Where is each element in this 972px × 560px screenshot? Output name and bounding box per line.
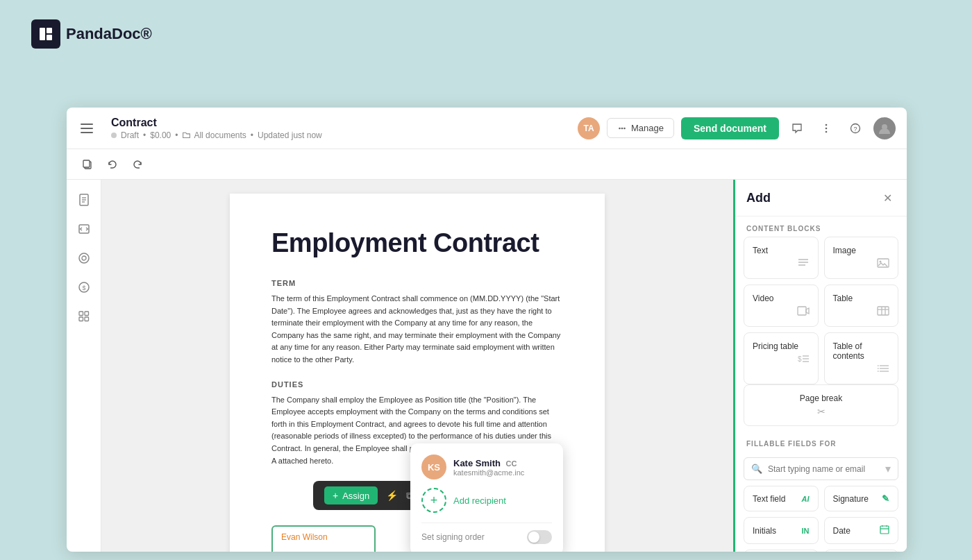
block-image[interactable]: Image [824, 237, 899, 279]
content-blocks-grid: Text Image Video [735, 237, 907, 384]
svg-point-5 [623, 127, 626, 129]
text-field-icon: AI [802, 495, 810, 503]
left-sidebar: $ [67, 180, 101, 552]
page-break-icon: ✂ [817, 406, 826, 417]
header-right: TA Manage Send document ? [578, 117, 896, 139]
svg-text:$: $ [82, 285, 85, 291]
sidebar-icon-document[interactable] [72, 188, 96, 212]
svg-point-31 [880, 261, 882, 263]
editor-body: $ Employment Contract TERM The term of t… [67, 180, 907, 552]
svg-rect-2 [47, 35, 52, 40]
doc-separator2: • [175, 130, 178, 140]
undo-button[interactable] [103, 155, 122, 174]
content-blocks-label: CONTENT BLOCKS [735, 217, 907, 237]
block-toc[interactable]: Table of contents [824, 332, 899, 384]
doc-separator3: • [251, 130, 253, 140]
logo-icon [31, 19, 60, 49]
doc-updated: Updated just now [258, 130, 322, 140]
hamburger-button[interactable] [78, 117, 100, 139]
signing-order-label: Set signing order [421, 532, 485, 542]
signature-block: Evan Wilson 2021-03-18 📅 [271, 525, 376, 552]
doc-canvas: Employment Contract TERM The term of thi… [101, 180, 733, 552]
doc-page: Employment Contract TERM The term of thi… [230, 194, 605, 552]
doc-meta: Draft • $0.00 • All documents • Updated … [111, 130, 569, 140]
svg-rect-47 [880, 526, 889, 534]
signing-order: Set signing order [421, 523, 552, 544]
add-recipient-label: Add recipient [453, 495, 506, 506]
svg-point-20 [82, 256, 86, 260]
block-table[interactable]: Table [824, 285, 899, 327]
section1-label: TERM [271, 279, 563, 287]
recipient-email: katesmith@acme.inc [453, 468, 524, 477]
svg-text:?: ? [853, 126, 857, 133]
sidebar-icon-code[interactable] [72, 217, 96, 241]
user-avatar [873, 117, 896, 139]
send-document-button[interactable]: Send document [681, 117, 779, 139]
right-panel-header: Add ✕ [735, 180, 907, 217]
field-date[interactable]: Date [824, 517, 899, 544]
doc-price: $0.00 [150, 130, 171, 140]
doc-location: All documents [194, 130, 246, 140]
help-button[interactable]: ? [844, 117, 866, 139]
recipient-info: Kate Smith CC katesmith@acme.inc [453, 458, 524, 477]
field-text[interactable]: Text field AI [744, 486, 819, 511]
pricing-table-icon: $ [753, 354, 810, 366]
doc-separator1: • [143, 130, 146, 140]
svg-rect-33 [878, 307, 889, 315]
field-dropdown[interactable]: Dropdown [824, 550, 899, 552]
right-panel: Add ✕ CONTENT BLOCKS Text Image [733, 180, 907, 552]
manage-icon [617, 124, 627, 133]
status-dot [111, 133, 117, 138]
table-block-icon [833, 306, 890, 318]
recipients-popup: KS Kate Smith CC katesmith@acme.inc [410, 443, 563, 552]
assign-button[interactable]: + Assign [324, 486, 378, 504]
video-block-icon [753, 306, 810, 318]
svg-point-3 [619, 127, 621, 129]
svg-rect-13 [83, 160, 90, 167]
recipient-avatar-ks: KS [421, 455, 446, 480]
field-signature[interactable]: Signature ✎ [824, 486, 899, 511]
editor-header: Contract Draft • $0.00 • All documents •… [67, 108, 907, 149]
copy-button[interactable] [78, 155, 97, 174]
signer-name: Evan Wilson [281, 532, 366, 542]
lightning-icon[interactable]: ⚡ [386, 490, 398, 501]
block-pricing-table[interactable]: Pricing table $ [744, 332, 819, 384]
search-icon: 🔍 [751, 464, 762, 474]
folder-icon [182, 130, 191, 139]
signing-order-toggle[interactable] [527, 530, 552, 544]
svg-rect-0 [40, 28, 45, 40]
sidebar-icon-pricing[interactable]: $ [72, 275, 96, 299]
sidebar-icon-design[interactable] [72, 246, 96, 270]
fillable-fields-label: FILLABLE FIELDS FOR [735, 432, 907, 452]
svg-rect-32 [798, 307, 806, 315]
add-recipient-icon: + [421, 488, 446, 513]
field-initials[interactable]: Initials IN [744, 517, 819, 544]
initials-field-icon: IN [802, 527, 810, 535]
svg-point-4 [621, 127, 623, 129]
add-recipient-button[interactable]: + Add recipient [421, 488, 552, 513]
text-block-icon [753, 258, 810, 270]
fields-grid: Text field AI Signature ✎ Initials IN [735, 486, 907, 552]
close-panel-button[interactable]: ✕ [879, 189, 896, 206]
sidebar-icon-grid[interactable] [72, 305, 96, 328]
dropdown-chevron-icon: ▾ [885, 462, 891, 475]
block-video[interactable]: Video [744, 285, 819, 327]
field-checkbox[interactable]: Checkbox [744, 550, 819, 552]
app-wrapper: PandaDoc® Contract Draft • $0.00 • All d… [0, 0, 972, 560]
panel-title: Add [746, 191, 771, 205]
doc-info: Contract Draft • $0.00 • All documents •… [111, 117, 569, 140]
search-input[interactable] [768, 464, 880, 474]
logo-bar: PandaDoc® [31, 19, 152, 49]
more-options-button[interactable] [815, 117, 837, 139]
manage-button[interactable]: Manage [607, 118, 674, 138]
signature-field-icon: ✎ [882, 493, 889, 504]
user-avatar-ta: TA [578, 117, 600, 139]
svg-rect-1 [47, 28, 52, 33]
recipient-name: Kate Smith CC [453, 458, 524, 468]
block-text[interactable]: Text [744, 237, 819, 279]
cc-badge: CC [506, 459, 517, 468]
block-page-break[interactable]: Page break ✂ [735, 384, 907, 426]
redo-button[interactable] [128, 155, 147, 174]
doc-heading: Employment Contract [271, 228, 563, 258]
chat-button[interactable] [786, 117, 808, 139]
